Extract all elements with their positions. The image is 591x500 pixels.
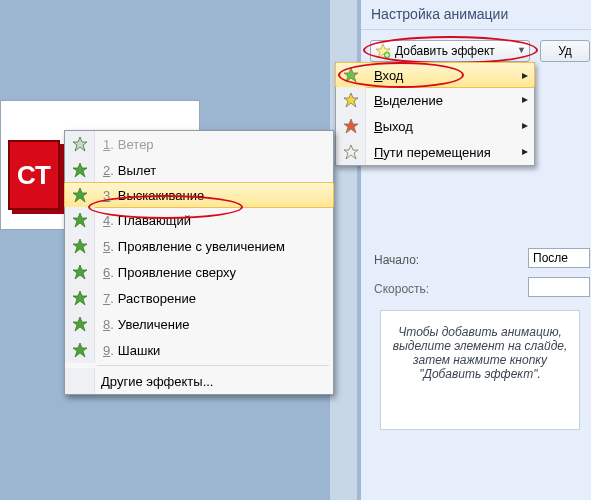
effects-submenu: 1.Ветер2.Вылет3.Выскакивание4.Плавающий5… [64,130,334,395]
effect-item-6[interactable]: 6.Проявление сверху [65,259,333,285]
hint-text: Чтобы добавить анимацию, выделите элемен… [380,310,580,430]
effect-number: 1. [103,137,114,152]
effect-number: 4. [103,213,114,228]
submenu-arrow-icon: ▸ [522,118,528,132]
effect-label: Плавающий [118,213,191,228]
star-effect-icon [65,183,95,207]
remove-effect-button[interactable]: Уд [540,40,590,62]
category-item-Выделение[interactable]: Выделение▸ [336,87,534,113]
svg-marker-10 [73,239,87,253]
effect-item-2[interactable]: 2.Вылет [65,157,333,183]
add-effect-button[interactable]: Добавить эффект ▼ [370,40,530,62]
svg-marker-9 [73,213,87,227]
star-add-icon [375,43,391,59]
effect-number: 3. [103,188,114,203]
category-label: Вход [366,68,403,83]
svg-marker-14 [73,343,87,357]
effect-label: Увеличение [118,317,190,332]
star-effect-icon [65,233,95,259]
svg-marker-3 [344,93,358,107]
star-green-icon [336,63,366,87]
submenu-arrow-icon: ▸ [522,144,528,158]
svg-marker-12 [73,291,87,305]
effect-item-1: 1.Ветер [65,131,333,157]
category-item-Вход[interactable]: Вход▸ [335,62,535,88]
svg-marker-6 [73,137,87,151]
speed-label: Скорость: [374,282,429,296]
star-effect-icon [65,311,95,337]
pane-title: Настройка анимации [361,0,591,30]
category-label: Пути перемещения [366,145,491,160]
submenu-arrow-icon: ▸ [522,68,528,82]
submenu-arrow-icon: ▸ [522,92,528,106]
star-red-icon [336,113,366,139]
effect-number: 8. [103,317,114,332]
effect-item-3[interactable]: 3.Выскакивание [64,182,334,208]
svg-marker-11 [73,265,87,279]
svg-marker-13 [73,317,87,331]
effect-label: Проявление сверху [118,265,236,280]
category-label: Выделение [366,93,443,108]
effect-number: 7. [103,291,114,306]
svg-marker-4 [344,119,358,133]
effect-item-7[interactable]: 7.Растворение [65,285,333,311]
speed-field[interactable] [528,277,590,297]
slide-red-title-box[interactable]: СТ [8,140,60,210]
effect-item-8[interactable]: 8.Увеличение [65,311,333,337]
effect-label: Проявление с увеличением [118,239,285,254]
category-item-Пути перемещения[interactable]: Пути перемещения▸ [336,139,534,165]
svg-marker-8 [73,188,87,202]
add-effect-label: Добавить эффект [395,44,495,58]
svg-marker-7 [73,163,87,177]
category-item-Выход[interactable]: Выход▸ [336,113,534,139]
effect-item-5[interactable]: 5.Проявление с увеличением [65,233,333,259]
blank-icon [65,368,95,394]
effect-number: 6. [103,265,114,280]
star-effect-icon [65,259,95,285]
effect-label: Растворение [118,291,196,306]
effect-other-label: Другие эффекты... [101,374,213,389]
effect-category-menu: Вход▸Выделение▸Выход▸Пути перемещения▸ [335,62,535,166]
star-effect-icon [65,207,95,233]
effect-label: Ветер [118,137,154,152]
effect-number: 2. [103,163,114,178]
star-effect-icon [65,131,95,157]
star-yellow-icon [336,87,366,113]
svg-marker-5 [344,145,358,159]
star-effect-icon [65,285,95,311]
dropdown-caret-icon: ▼ [517,45,526,55]
effect-item-9[interactable]: 9.Шашки [65,337,333,363]
menu-separator [97,365,329,366]
star-effect-icon [65,157,95,183]
effect-label: Вылет [118,163,156,178]
star-effect-icon [65,337,95,363]
start-label: Начало: [374,253,419,267]
effect-item-other[interactable]: Другие эффекты... [65,368,333,394]
star-outline-icon [336,139,366,165]
svg-marker-2 [344,68,358,82]
start-field[interactable]: После [528,248,590,268]
effect-label: Выскакивание [118,188,204,203]
category-label: Выход [366,119,413,134]
effect-number: 5. [103,239,114,254]
effect-number: 9. [103,343,114,358]
effect-item-4[interactable]: 4.Плавающий [65,207,333,233]
effect-label: Шашки [118,343,161,358]
